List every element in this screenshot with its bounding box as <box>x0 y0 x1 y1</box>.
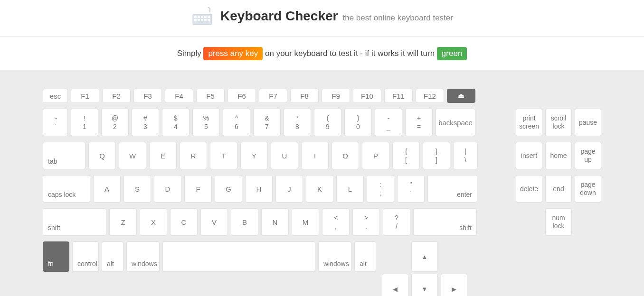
key-q[interactable]: Q <box>88 142 116 169</box>
key-right-alt[interactable]: alt <box>354 241 376 272</box>
arrow-cluster: ◀ ▲ ▼ ▶ <box>382 241 467 296</box>
key-f[interactable]: F <box>184 175 212 203</box>
key-insert[interactable]: insert <box>516 142 542 169</box>
key-right-bracket[interactable]: }] <box>423 142 450 169</box>
key-f1[interactable]: F1 <box>71 89 99 103</box>
key-y[interactable]: Y <box>240 142 268 169</box>
key-f5[interactable]: F5 <box>196 89 225 103</box>
key-h[interactable]: H <box>245 175 273 203</box>
key-s[interactable]: S <box>123 175 151 203</box>
key-fn[interactable]: fn <box>43 241 69 272</box>
key-7[interactable]: &7 <box>253 109 281 136</box>
key-0[interactable]: )0 <box>344 109 372 136</box>
header: Keyboard Checker the best online keyboar… <box>0 0 644 37</box>
key-r[interactable]: R <box>180 142 207 169</box>
key-end[interactable]: end <box>545 175 572 203</box>
key-f2[interactable]: F2 <box>102 89 131 103</box>
key-6[interactable]: ^6 <box>223 109 250 136</box>
key-i[interactable]: I <box>301 142 329 169</box>
key-x[interactable]: X <box>140 208 167 236</box>
key-1[interactable]: !1 <box>71 109 98 136</box>
key-period[interactable]: >. <box>352 208 380 236</box>
svg-rect-5 <box>208 16 210 18</box>
key-left-bracket[interactable]: {[ <box>392 142 420 169</box>
key-f3[interactable]: F3 <box>133 89 162 103</box>
key-right-shift[interactable]: shift <box>413 208 477 236</box>
key-v[interactable]: V <box>200 208 228 236</box>
key-m[interactable]: M <box>292 208 319 236</box>
key-f4[interactable]: F4 <box>165 89 193 103</box>
key-f7[interactable]: F7 <box>259 89 287 103</box>
key-l[interactable]: L <box>336 175 364 203</box>
key-equals[interactable]: += <box>405 109 433 136</box>
key-f11[interactable]: F11 <box>384 89 413 103</box>
key-b[interactable]: B <box>231 208 258 236</box>
key-left-shift[interactable]: shift <box>43 208 106 236</box>
key-e[interactable]: E <box>149 142 177 169</box>
key-n[interactable]: N <box>261 208 289 236</box>
key-pause[interactable]: pause <box>575 109 601 136</box>
svg-rect-6 <box>194 19 197 21</box>
press-any-key-badge: press any key <box>203 47 263 60</box>
svg-rect-9 <box>204 19 207 21</box>
key-dash[interactable]: -_ <box>375 109 402 136</box>
key-8[interactable]: *8 <box>284 109 311 136</box>
key-g[interactable]: G <box>215 175 242 203</box>
key-caps-lock[interactable]: caps lock <box>43 175 90 203</box>
key-left-alt[interactable]: alt <box>102 241 123 272</box>
key-k[interactable]: K <box>306 175 333 203</box>
key-f8[interactable]: F8 <box>290 89 319 103</box>
key-f9[interactable]: F9 <box>322 89 350 103</box>
main-keyboard: esc F1 F2 F3 F4 F5 F6 F7 F8 F9 F10 F11 F… <box>43 89 478 296</box>
key-comma[interactable]: <, <box>322 208 350 236</box>
key-f10[interactable]: F10 <box>353 89 381 103</box>
key-arrow-left[interactable]: ◀ <box>382 274 408 296</box>
key-scroll-lock[interactable]: scroll lock <box>545 109 572 136</box>
key-arrow-right[interactable]: ▶ <box>441 274 467 296</box>
key-eject[interactable]: ⏏ <box>447 89 475 103</box>
key-j[interactable]: J <box>275 175 303 203</box>
key-w[interactable]: W <box>119 142 146 169</box>
key-backspace[interactable]: backspace <box>436 109 475 136</box>
key-delete[interactable]: delete <box>516 175 542 203</box>
key-t[interactable]: T <box>210 142 237 169</box>
key-semicolon[interactable]: :; <box>367 175 394 203</box>
key-tab[interactable]: tab <box>43 142 85 169</box>
key-page-down[interactable]: page down <box>575 175 601 203</box>
side-keyboard: print screen scroll lock pause insert ho… <box>516 89 601 296</box>
key-d[interactable]: D <box>154 175 181 203</box>
key-right-windows[interactable]: windows <box>318 241 351 272</box>
key-u[interactable]: U <box>271 142 298 169</box>
key-4[interactable]: $4 <box>162 109 189 136</box>
key-home[interactable]: home <box>545 142 572 169</box>
page-title: Keyboard Checker <box>220 9 338 24</box>
svg-rect-2 <box>198 16 200 18</box>
key-print-screen[interactable]: print screen <box>516 109 542 136</box>
key-left-windows[interactable]: windows <box>126 241 160 272</box>
key-esc[interactable]: esc <box>43 89 68 103</box>
instruction-pre: Simply <box>177 49 204 58</box>
key-p[interactable]: P <box>362 142 389 169</box>
key-arrow-down[interactable]: ▼ <box>411 274 438 296</box>
key-backslash[interactable]: |\ <box>453 142 478 169</box>
key-5[interactable]: %5 <box>192 109 220 136</box>
key-o[interactable]: O <box>331 142 359 169</box>
instruction-text: Simply press any key on your keyboard to… <box>0 37 644 70</box>
key-slash[interactable]: ?/ <box>383 208 410 236</box>
key-quote[interactable]: "' <box>397 175 425 203</box>
key-a[interactable]: A <box>93 175 121 203</box>
key-2[interactable]: @2 <box>101 109 129 136</box>
key-arrow-up[interactable]: ▲ <box>411 241 438 272</box>
key-enter[interactable]: enter <box>427 175 477 203</box>
key-9[interactable]: (9 <box>314 109 341 136</box>
key-3[interactable]: #3 <box>132 109 159 136</box>
key-page-up[interactable]: page up <box>575 142 601 169</box>
key-space[interactable] <box>162 241 315 272</box>
key-f6[interactable]: F6 <box>227 89 256 103</box>
key-c[interactable]: C <box>170 208 198 236</box>
key-z[interactable]: Z <box>109 208 137 236</box>
key-f12[interactable]: F12 <box>416 89 444 103</box>
key-control[interactable]: control <box>72 241 99 272</box>
key-backtick[interactable]: ~` <box>43 109 68 136</box>
key-num-lock[interactable]: num lock <box>545 208 572 236</box>
